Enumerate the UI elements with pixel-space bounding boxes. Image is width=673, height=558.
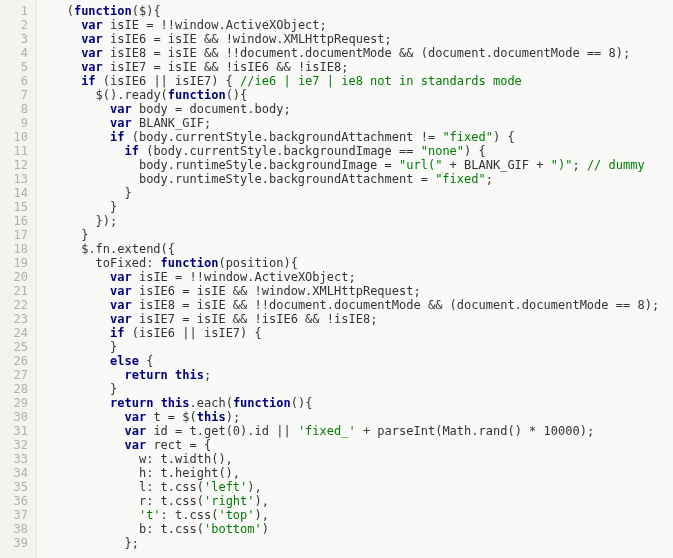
line-number: 13: [0, 172, 28, 186]
line-number: 36: [0, 494, 28, 508]
line-number: 14: [0, 186, 28, 200]
code-line: if (body.currentStyle.backgroundAttachme…: [45, 130, 659, 144]
line-number: 9: [0, 116, 28, 130]
code-line: }: [45, 382, 659, 396]
code-line: var isIE6 = isIE && !window.XMLHttpReque…: [45, 284, 659, 298]
line-number: 4: [0, 46, 28, 60]
code-line: toFixed: function(position){: [45, 256, 659, 270]
code-line: }: [45, 340, 659, 354]
line-number: 18: [0, 242, 28, 256]
code-line: }: [45, 186, 659, 200]
code-line: l: t.css('left'),: [45, 480, 659, 494]
code-line: }: [45, 228, 659, 242]
line-number: 33: [0, 452, 28, 466]
code-line: var isIE8 = isIE && !!document.documentM…: [45, 298, 659, 312]
line-number: 28: [0, 382, 28, 396]
line-number: 35: [0, 480, 28, 494]
code-line: r: t.css('right'),: [45, 494, 659, 508]
code-line: w: t.width(),: [45, 452, 659, 466]
code-line: 't': t.css('top'),: [45, 508, 659, 522]
line-number: 12: [0, 158, 28, 172]
code-area: (function($){ var isIE = !!window.Active…: [37, 0, 659, 558]
code-viewer: 1234567891011121314151617181920212223242…: [0, 0, 673, 558]
code-line: return this;: [45, 368, 659, 382]
code-line: });: [45, 214, 659, 228]
code-line: var BLANK_GIF;: [45, 116, 659, 130]
line-number: 19: [0, 256, 28, 270]
line-number: 27: [0, 368, 28, 382]
line-number: 38: [0, 522, 28, 536]
line-number: 30: [0, 410, 28, 424]
code-line: var isIE6 = isIE && !window.XMLHttpReque…: [45, 32, 659, 46]
line-number: 25: [0, 340, 28, 354]
line-number: 11: [0, 144, 28, 158]
line-number: 29: [0, 396, 28, 410]
code-line: var isIE7 = isIE && !isIE6 && !isIE8;: [45, 60, 659, 74]
line-number: 7: [0, 88, 28, 102]
line-number: 5: [0, 60, 28, 74]
line-number: 24: [0, 326, 28, 340]
line-number: 20: [0, 270, 28, 284]
code-line: b: t.css('bottom'): [45, 522, 659, 536]
code-line: var rect = {: [45, 438, 659, 452]
line-number: 34: [0, 466, 28, 480]
code-line: h: t.height(),: [45, 466, 659, 480]
line-number: 2: [0, 18, 28, 32]
code-line: body.runtimeStyle.backgroundAttachment =…: [45, 172, 659, 186]
code-line: var isIE = !!window.ActiveXObject;: [45, 18, 659, 32]
code-line: if (body.currentStyle.backgroundImage ==…: [45, 144, 659, 158]
code-line: return this.each(function(){: [45, 396, 659, 410]
line-number: 21: [0, 284, 28, 298]
line-number: 37: [0, 508, 28, 522]
line-number: 6: [0, 74, 28, 88]
line-number: 26: [0, 354, 28, 368]
line-number: 32: [0, 438, 28, 452]
code-line: var body = document.body;: [45, 102, 659, 116]
code-line: var isIE7 = isIE && !isIE6 && !isIE8;: [45, 312, 659, 326]
code-line: var id = t.get(0).id || 'fixed_' + parse…: [45, 424, 659, 438]
code-line: $().ready(function(){: [45, 88, 659, 102]
line-number: 1: [0, 4, 28, 18]
code-line: var isIE8 = isIE && !!document.documentM…: [45, 46, 659, 60]
code-line: }: [45, 200, 659, 214]
code-line: };: [45, 536, 659, 550]
code-line: $.fn.extend({: [45, 242, 659, 256]
code-line: var t = $(this);: [45, 410, 659, 424]
line-number: 8: [0, 102, 28, 116]
line-number: 22: [0, 298, 28, 312]
code-line: else {: [45, 354, 659, 368]
line-number-gutter: 1234567891011121314151617181920212223242…: [0, 0, 37, 558]
line-number: 17: [0, 228, 28, 242]
line-number: 3: [0, 32, 28, 46]
code-line: if (isIE6 || isIE7) { //ie6 | ie7 | ie8 …: [45, 74, 659, 88]
code-line: (function($){: [45, 4, 659, 18]
code-line: body.runtimeStyle.backgroundImage = "url…: [45, 158, 659, 172]
line-number: 23: [0, 312, 28, 326]
line-number: 10: [0, 130, 28, 144]
line-number: 39: [0, 536, 28, 550]
code-line: var isIE = !!window.ActiveXObject;: [45, 270, 659, 284]
line-number: 16: [0, 214, 28, 228]
code-line: if (isIE6 || isIE7) {: [45, 326, 659, 340]
line-number: 31: [0, 424, 28, 438]
line-number: 15: [0, 200, 28, 214]
